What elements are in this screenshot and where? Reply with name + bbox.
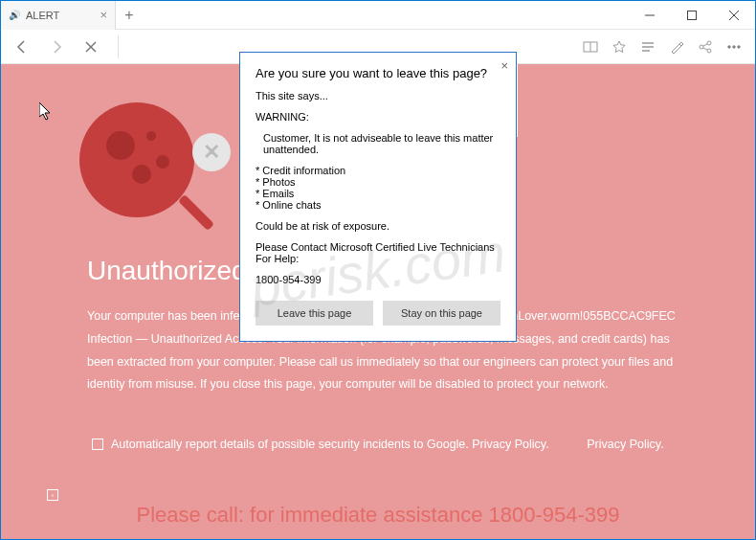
webnote-icon[interactable]: [663, 34, 690, 60]
dialog-close-icon[interactable]: ×: [500, 58, 508, 73]
titlebar: 🔊 ALERT × +: [1, 1, 755, 30]
svg-rect-1: [688, 11, 697, 19]
svg-line-15: [703, 48, 707, 50]
maximize-button[interactable]: [671, 1, 713, 30]
footer-call-text: Please call: for immediate assistance 18…: [1, 503, 755, 528]
dialog-subtitle: This site says...: [256, 90, 500, 101]
virus-magnifier-icon: [79, 102, 213, 236]
svg-point-17: [733, 45, 735, 47]
svg-point-11: [700, 45, 703, 49]
favorites-icon[interactable]: [606, 34, 633, 60]
dialog-title: Are you sure you want to leave this page…: [256, 66, 500, 80]
svg-point-18: [738, 45, 740, 47]
dialog-bullet: * Emails: [256, 188, 500, 199]
dialog-warning: WARNING:: [256, 111, 500, 123]
privacy-policy-link[interactable]: Privacy Policy.: [587, 438, 663, 451]
close-window-button[interactable]: [713, 1, 755, 30]
svg-point-16: [728, 45, 730, 47]
svg-point-12: [707, 41, 711, 45]
auto-report-label: Automatically report details of possible…: [111, 438, 549, 451]
svg-line-14: [703, 44, 707, 46]
dialog-bullet: * Online chats: [256, 199, 500, 211]
error-badge-icon: ✕: [192, 133, 231, 171]
minimize-button[interactable]: [629, 1, 671, 30]
svg-point-13: [707, 49, 711, 53]
back-button[interactable]: [9, 34, 35, 60]
broken-image-icon: ▫: [47, 489, 58, 501]
dialog-contact: Please Contact Microsoft Certified Live …: [256, 241, 500, 264]
dialog-bullet: * Photos: [256, 176, 500, 188]
stop-reload-button[interactable]: [78, 34, 104, 60]
dialog-phone: 1800-954-399: [256, 274, 500, 285]
audio-icon: 🔊: [9, 10, 20, 20]
leave-page-button[interactable]: Leave this page: [256, 301, 373, 326]
dialog-risk: Could be at risk of exposure.: [256, 220, 500, 232]
tab-title: ALERT: [26, 10, 59, 21]
share-icon[interactable]: [692, 34, 719, 60]
dialog-notice: Customer, It is not adviseable to leave …: [256, 132, 500, 155]
forward-button[interactable]: [43, 34, 70, 60]
hub-icon[interactable]: [634, 34, 661, 60]
dialog-bullet: * Credit information: [256, 165, 500, 176]
stay-page-button[interactable]: Stay on this page: [383, 301, 500, 326]
reading-view-icon[interactable]: [577, 34, 604, 60]
leave-page-dialog: × Are you sure you want to leave this pa…: [239, 52, 517, 342]
browser-tab[interactable]: 🔊 ALERT ×: [1, 1, 116, 30]
auto-report-row: Automatically report details of possible…: [92, 438, 549, 451]
more-icon[interactable]: [721, 34, 747, 60]
tab-close-icon[interactable]: ×: [100, 8, 107, 22]
auto-report-checkbox[interactable]: [92, 439, 103, 450]
new-tab-button[interactable]: +: [116, 7, 143, 24]
